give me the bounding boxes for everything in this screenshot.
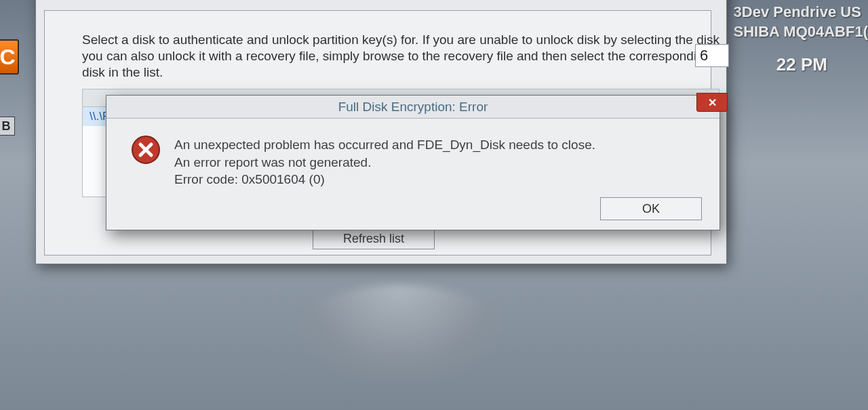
close-button[interactable]: ✕ [696, 93, 728, 112]
disk-select-instructions: Select a disk to authenticate and unlock… [82, 32, 719, 80]
background-laptop-edge [292, 285, 509, 380]
error-body: An unexpected problem has occurred and F… [106, 119, 719, 200]
error-line-3: Error code: 0x5001604 (0) [174, 171, 699, 188]
error-footer: OK [600, 197, 702, 220]
desktop-clock: 22 PM [776, 54, 827, 75]
left-cropped-icon-c: C [0, 39, 19, 75]
error-line-2: An error report was not generated. [174, 154, 699, 171]
error-dialog-title: Full Disk Encryption: Error [338, 100, 488, 115]
close-icon: ✕ [708, 96, 717, 109]
desktop-icon-labels: 3Dev Pendrive US SHIBA MQ04ABF1( [734, 0, 868, 41]
error-message: An unexpected problem has occurred and F… [174, 136, 699, 188]
error-line-1: An unexpected problem has occurred and F… [174, 136, 699, 154]
error-icon [131, 135, 161, 165]
left-cropped-icon-b: B [0, 117, 15, 136]
desktop-item-pendrive: 3Dev Pendrive US [734, 3, 868, 22]
desktop-item-toshiba: SHIBA MQ04ABF1( [734, 22, 868, 42]
error-titlebar[interactable]: Full Disk Encryption: Error ✕ [106, 96, 719, 119]
recovery-input-field[interactable] [695, 44, 729, 67]
refresh-list-button[interactable]: Refresh list [313, 228, 435, 249]
error-dialog: Full Disk Encryption: Error ✕ An unexpec… [106, 95, 720, 230]
ok-button[interactable]: OK [600, 197, 702, 220]
